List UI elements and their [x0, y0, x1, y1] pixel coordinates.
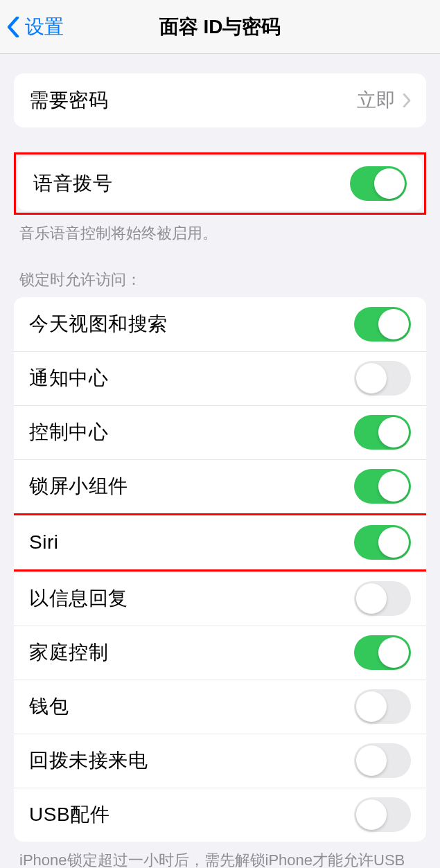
lock-access-toggle[interactable]: [354, 635, 411, 670]
chevron-right-icon: [403, 94, 411, 107]
require-passcode-value: 立即: [357, 87, 396, 114]
lock-access-label: 以信息回复: [29, 585, 128, 612]
lock-access-row: Siri: [14, 515, 426, 569]
lock-access-label: 通知中心: [29, 365, 108, 391]
lock-access-header: 锁定时允许访问：: [0, 269, 440, 297]
lock-access-toggle[interactable]: [354, 525, 411, 560]
lock-access-toggle[interactable]: [354, 307, 411, 342]
lock-access-row: 通知中心: [14, 351, 426, 405]
lock-access-toggle[interactable]: [354, 415, 411, 450]
lock-access-row: 控制中心: [14, 405, 426, 459]
siri-highlight: Siri: [14, 513, 426, 572]
lock-access-toggle[interactable]: [354, 689, 411, 724]
require-passcode-row[interactable]: 需要密码 立即: [14, 73, 426, 127]
back-label: 设置: [25, 14, 64, 40]
require-passcode-group: 需要密码 立即: [14, 73, 426, 127]
page-title: 面容 ID与密码: [159, 14, 281, 40]
require-passcode-label: 需要密码: [29, 87, 108, 114]
lock-access-label: 钱包: [29, 693, 69, 720]
lock-access-label: 家庭控制: [29, 639, 108, 666]
back-button[interactable]: 设置: [7, 14, 64, 40]
lock-access-row: 锁屏小组件: [14, 459, 426, 513]
lock-access-toggle[interactable]: [354, 361, 411, 396]
lock-access-row: 回拨未接来电: [14, 734, 426, 788]
voice-dial-highlight: 语音拨号: [14, 152, 426, 215]
lock-access-row: 今天视图和搜索: [14, 297, 426, 351]
lock-access-label: 控制中心: [29, 419, 108, 445]
lock-access-toggle[interactable]: [354, 743, 411, 778]
lock-access-label: Siri: [29, 531, 58, 553]
voice-dial-row: 语音拨号: [18, 157, 422, 211]
lock-access-row: 钱包: [14, 680, 426, 734]
lock-access-label: USB配件: [29, 801, 109, 828]
lock-access-footer: iPhone锁定超过一小时后，需先解锁iPhone才能允许USB 配件连接。: [0, 842, 440, 868]
lock-access-toggle[interactable]: [354, 581, 411, 616]
lock-access-label: 今天视图和搜索: [29, 311, 168, 337]
chevron-left-icon: [7, 17, 19, 37]
lock-access-row: 家庭控制: [14, 626, 426, 680]
voice-dial-footer: 音乐语音控制将始终被启用。: [0, 215, 440, 245]
lock-access-list: 今天视图和搜索通知中心控制中心锁屏小组件Siri以信息回复家庭控制钱包回拨未接来…: [14, 297, 426, 842]
lock-access-row: USB配件: [14, 788, 426, 842]
voice-dial-label: 语音拨号: [33, 170, 112, 197]
lock-access-toggle[interactable]: [354, 469, 411, 504]
lock-access-row: 以信息回复: [14, 572, 426, 626]
lock-access-toggle[interactable]: [354, 797, 411, 832]
nav-bar: 设置 面容 ID与密码: [0, 0, 440, 54]
lock-access-label: 回拨未接来电: [29, 747, 148, 774]
voice-dial-toggle[interactable]: [350, 166, 407, 201]
lock-access-label: 锁屏小组件: [29, 473, 128, 499]
